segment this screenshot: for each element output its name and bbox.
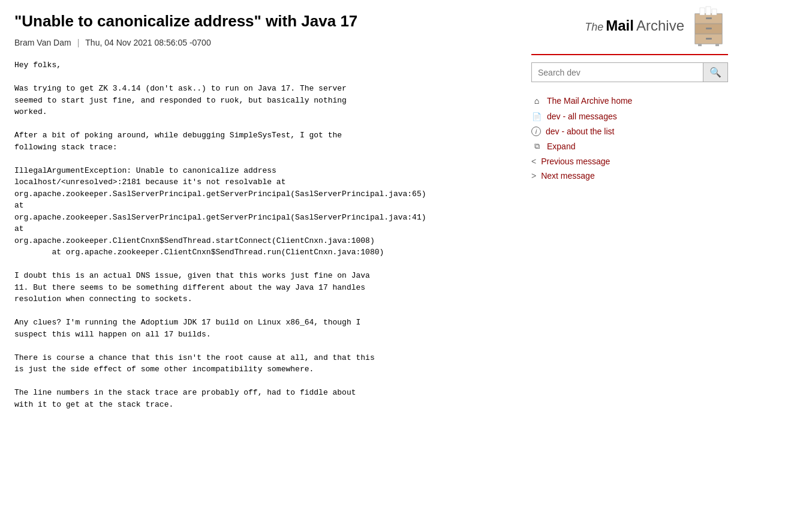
sidebar-logo: The Mail Archive: [531, 0, 728, 55]
nav-item-prev: < Previous message: [531, 154, 728, 169]
main-content: "Unable to canonicalize address" with Ja…: [0, 0, 522, 532]
home-icon: ⌂: [531, 95, 542, 106]
logo-icon: [689, 5, 728, 47]
expand-icon: ⧉: [531, 141, 542, 152]
svg-rect-11: [715, 44, 719, 46]
info-icon: i: [531, 127, 541, 136]
nav-link-prev[interactable]: Previous message: [541, 157, 610, 166]
svg-rect-8: [706, 7, 711, 15]
logo-the: The: [585, 21, 603, 34]
article-body: Hey folks, Was trying to get ZK 3.4.14 (…: [14, 59, 507, 410]
article-title: "Unable to canonicalize address" with Ja…: [14, 12, 507, 31]
svg-rect-2: [706, 17, 712, 19]
svg-rect-4: [706, 28, 712, 29]
nav-item-about: i dev - about the list: [531, 124, 728, 139]
svg-rect-7: [700, 8, 705, 15]
sidebar: The Mail Archive: [522, 0, 738, 532]
svg-rect-9: [712, 9, 717, 15]
svg-rect-6: [706, 38, 712, 40]
article-date: Thu, 04 Nov 2021 08:56:05 -0700: [85, 38, 210, 47]
chevron-right-icon: >: [531, 171, 536, 181]
nav-link-expand[interactable]: Expand: [547, 142, 575, 151]
nav-link-next[interactable]: Next message: [541, 171, 594, 181]
nav-item-home: ⌂ The Mail Archive home: [531, 93, 728, 109]
doc-icon: 📄: [531, 111, 542, 122]
search-input[interactable]: [532, 63, 703, 82]
svg-rect-10: [698, 44, 702, 46]
article-meta: Bram Van Dam | Thu, 04 Nov 2021 08:56:05…: [14, 38, 507, 47]
sidebar-nav: ⌂ The Mail Archive home 📄 dev - all mess…: [531, 93, 728, 183]
search-box[interactable]: 🔍: [531, 62, 728, 82]
logo-mail: Mail: [606, 17, 634, 34]
search-button[interactable]: 🔍: [703, 63, 727, 82]
nav-item-expand: ⧉ Expand: [531, 139, 728, 154]
nav-item-next: > Next message: [531, 169, 728, 183]
nav-link-about[interactable]: dev - about the list: [546, 127, 614, 136]
nav-item-all-messages: 📄 dev - all messages: [531, 109, 728, 124]
meta-separator: |: [77, 38, 80, 47]
logo-archive: Archive: [636, 17, 684, 34]
article-author: Bram Van Dam: [14, 38, 71, 47]
nav-link-all-messages[interactable]: dev - all messages: [547, 112, 617, 121]
nav-link-home[interactable]: The Mail Archive home: [547, 96, 632, 106]
chevron-left-icon: <: [531, 157, 536, 166]
